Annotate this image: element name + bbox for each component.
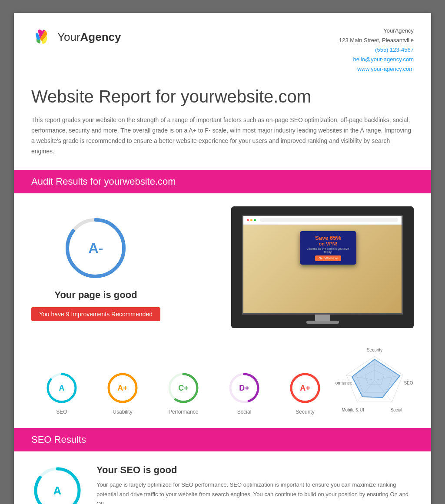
header: YourAgency YourAgency 123 Main Street, P… [14, 13, 431, 83]
grade-name-security: Security [296, 409, 314, 415]
grade-name-seo: SEO [56, 409, 67, 415]
seo-section: A Your SEO is good Your page is largely … [14, 451, 431, 504]
svg-text:SEO: SEO [404, 381, 413, 385]
grade-circle-social: D+ [227, 371, 262, 405]
grade-name-social: Social [237, 409, 252, 415]
svg-text:Performance: Performance [335, 381, 352, 385]
agency-info: YourAgency 123 Main Street, Pleasantvill… [339, 26, 414, 74]
vpn-btn: Get VPN Now [315, 255, 341, 261]
grade-circle-security: A+ [288, 371, 322, 405]
seo-title: Your SEO is good [96, 464, 414, 476]
agency-email: hello@your-agency.com [339, 55, 414, 64]
grade-name-performance: Performance [169, 409, 199, 415]
agency-address: 123 Main Street, Pleasantville [339, 36, 414, 45]
grade-item-social: D+ Social [214, 371, 275, 415]
audit-section: A- Your page is good You have 9 Improvem… [14, 193, 431, 428]
screenshot-area: Start Your Dream by Creating a Website S… [231, 206, 414, 328]
grade-name-usability: Usability [113, 409, 132, 415]
svg-text:Security: Security [367, 348, 382, 352]
grade-label-performance: C+ [178, 383, 189, 392]
seo-grade-label: A [53, 484, 62, 497]
grade-label-seo: A [59, 383, 65, 392]
svg-text:Social: Social [390, 408, 402, 412]
report-title: Website Report for yourwebsite.com [14, 83, 431, 115]
agency-name: YourAgency [339, 26, 414, 36]
vpn-desc: Access all the content you love today. [305, 247, 351, 253]
grade-item-seo: A SEO [31, 371, 92, 415]
page-status: Your page is good [54, 289, 137, 301]
svg-text:Mobile & UI: Mobile & UI [342, 408, 364, 412]
grade-item-security: A+ Security [275, 371, 335, 415]
svg-marker-25 [352, 359, 400, 398]
logo-text: YourAgency [57, 30, 121, 44]
grade-circle-usability: A+ [105, 371, 140, 405]
grades-row: A SEO A+ Usability [31, 345, 414, 415]
main-grade-label: A- [89, 240, 103, 256]
grade-circle-performance: C+ [166, 371, 201, 405]
audit-main: A- Your page is good You have 9 Improvem… [31, 206, 414, 328]
seo-section-header: SEO Results [14, 428, 431, 451]
seo-content: A Your SEO is good Your page is largely … [31, 451, 414, 504]
agency-website: www.your-agency.com [339, 64, 414, 74]
seo-grade-area: A [31, 464, 83, 504]
seo-text: Your SEO is good Your page is largely op… [96, 464, 414, 504]
grade-label-security: A+ [300, 383, 310, 392]
grade-label-usability: A+ [117, 383, 128, 392]
radar-chart: Security SEO Social Mobile & UI Performa… [335, 345, 414, 415]
agency-phone: (555) 123-4567 [339, 45, 414, 55]
improvements-badge: You have 9 Improvements Recommended [31, 307, 160, 321]
vpn-title: Save 65% [305, 235, 351, 241]
audit-section-header: Audit Results for yourwebsite.com [14, 170, 431, 193]
vpn-subtitle: on VPN! [305, 241, 351, 246]
grade-item-performance: C+ Performance [153, 371, 214, 415]
grade-circle-seo: A [44, 371, 79, 405]
report-page: YourAgency YourAgency 123 Main Street, P… [14, 13, 431, 504]
grade-item-usability: A+ Usability [92, 371, 153, 415]
seo-description: Your page is largely optimized for SEO p… [96, 480, 414, 504]
grade-area: A- Your page is good You have 9 Improvem… [31, 213, 160, 321]
grade-label-social: D+ [239, 383, 249, 392]
intro-text: This report grades your website on the s… [14, 115, 431, 169]
logo-icon [31, 26, 53, 48]
logo-area: YourAgency [31, 26, 121, 48]
seo-grade-circle: A [31, 464, 83, 504]
main-grade-circle: A- [61, 213, 130, 283]
